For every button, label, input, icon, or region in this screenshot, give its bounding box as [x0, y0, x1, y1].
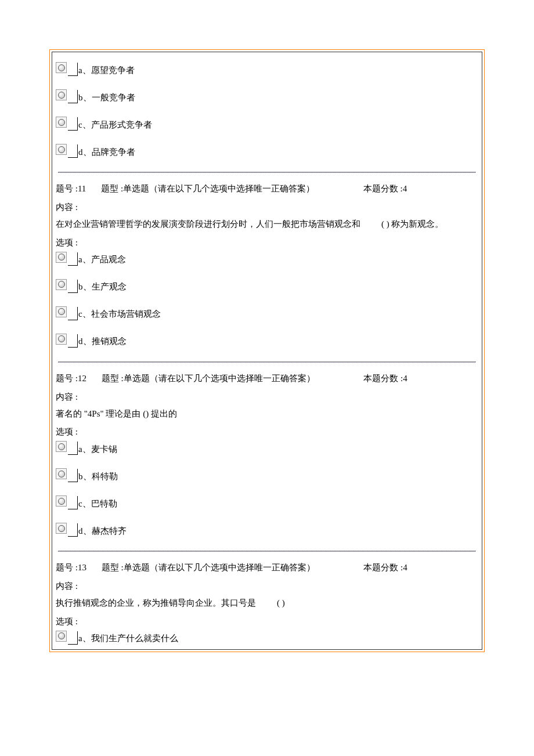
qnum-value: 13 [78, 563, 86, 572]
option-underline [68, 307, 78, 320]
option-row: d、推销观念 [56, 334, 478, 348]
radio-icon[interactable] [56, 495, 67, 507]
content-pre: 在对企业营销管理哲学的发展演变阶段进行划分时，人们一般把市场营销观念和 [56, 219, 360, 229]
score-prefix: 本题分数 : [363, 184, 403, 193]
qnum-value: 12 [78, 374, 86, 383]
option-underline [68, 469, 78, 482]
option-label: a、我们生产什么就卖什么 [78, 633, 178, 645]
question-type: 题型 :单选题（请在以下几个选项中选择唯一正确答案） [102, 370, 315, 387]
separator [58, 551, 476, 552]
options-label: 选项 : [56, 423, 478, 440]
question-10-options: a、愿望竞争者 b、一般竞争者 c、产品形式竞争者 d、品牌竞争者 [52, 52, 482, 175]
option-label: b、一般竞争者 [78, 92, 135, 104]
qtype-prefix: 题型 : [102, 563, 124, 572]
option-underline [68, 144, 78, 158]
question-number: 题号 :12 [56, 370, 86, 387]
separator [58, 361, 476, 363]
option-row: c、产品形式竞争者 [56, 117, 478, 131]
option-label: a、愿望竞争者 [78, 65, 135, 77]
question-score: 本题分数 :4 [363, 370, 407, 387]
option-label: a、产品观念 [78, 254, 126, 266]
option-row: b、一般竞争者 [56, 90, 478, 103]
options-label: 选项 : [56, 234, 478, 251]
option-underline [68, 252, 78, 266]
question-type: 题型 :单选题（请在以下几个选项中选择唯一正确答案） [101, 180, 315, 197]
score-value: 4 [403, 563, 407, 572]
option-underline [68, 442, 78, 455]
option-label: b、生产观念 [78, 281, 127, 293]
option-underline [68, 496, 78, 509]
option-underline [68, 334, 78, 348]
score-prefix: 本题分数 : [363, 374, 403, 383]
options-label: 选项 : [56, 613, 478, 630]
option-row: a、麦卡锡 [56, 442, 478, 455]
question-11: 题号 :11 题型 :单选题（请在以下几个选项中选择唯一正确答案） 本题分数 :… [52, 175, 482, 365]
option-label: c、社会市场营销观念 [78, 309, 161, 320]
option-row: c、巴特勒 [56, 496, 478, 509]
qtype-prefix: 题型 : [102, 374, 124, 383]
option-label: c、产品形式竞争者 [78, 120, 152, 131]
option-row: a、产品观念 [56, 252, 478, 266]
question-content: 执行推销观念的企业，称为推销导向企业。其口号是( ) [56, 595, 478, 612]
content-label: 内容 : [56, 577, 478, 595]
radio-icon[interactable] [56, 89, 67, 100]
question-number: 题号 :11 [56, 180, 86, 197]
qtype-value: 单选题（请在以下几个选项中选择唯一正确答案） [124, 374, 315, 383]
radio-icon[interactable] [56, 631, 67, 642]
question-header: 题号 :12 题型 :单选题（请在以下几个选项中选择唯一正确答案） 本题分数 :… [56, 370, 478, 387]
content-post: ( ) [277, 595, 285, 612]
radio-icon[interactable] [56, 306, 67, 317]
question-content: 在对企业营销管理哲学的发展演变阶段进行划分时，人们一般把市场营销观念和( ) 称… [56, 216, 478, 233]
option-label: a、麦卡锡 [78, 444, 117, 455]
qtype-value: 单选题（请在以下几个选项中选择唯一正确答案） [124, 563, 315, 572]
option-row: a、愿望竞争者 [56, 63, 478, 76]
score-prefix: 本题分数 : [363, 563, 403, 572]
option-label: d、品牌竞争者 [78, 147, 135, 158]
qnum-prefix: 题号 : [56, 374, 78, 383]
option-underline [68, 631, 78, 645]
qtype-prefix: 题型 : [101, 184, 123, 193]
qnum-prefix: 题号 : [56, 563, 78, 572]
option-label: b、科特勒 [78, 471, 118, 483]
question-content: 著名的 "4Ps" 理论是由 () 提出的 [56, 406, 478, 422]
question-type: 题型 :单选题（请在以下几个选项中选择唯一正确答案） [102, 559, 315, 576]
radio-icon[interactable] [56, 441, 67, 452]
option-row: a、我们生产什么就卖什么 [56, 631, 478, 645]
question-header: 题号 :13 题型 :单选题（请在以下几个选项中选择唯一正确答案） 本题分数 :… [56, 559, 478, 576]
page-container: a、愿望竞争者 b、一般竞争者 c、产品形式竞争者 d、品牌竞争者 [49, 49, 485, 652]
content-label: 内容 : [56, 198, 478, 216]
qtype-value: 单选题（请在以下几个选项中选择唯一正确答案） [123, 184, 315, 193]
option-row: d、品牌竞争者 [56, 144, 478, 158]
radio-icon[interactable] [56, 468, 67, 479]
question-score: 本题分数 :4 [363, 559, 407, 576]
option-row: b、科特勒 [56, 469, 478, 482]
content-label: 内容 : [56, 388, 478, 406]
qnum-prefix: 题号 : [56, 184, 78, 193]
inner-container: a、愿望竞争者 b、一般竞争者 c、产品形式竞争者 d、品牌竞争者 [52, 52, 482, 650]
radio-icon[interactable] [56, 279, 67, 290]
radio-icon[interactable] [56, 62, 67, 73]
option-underline [68, 523, 78, 537]
option-underline [68, 90, 78, 103]
radio-icon[interactable] [56, 144, 67, 155]
option-underline [68, 63, 78, 76]
question-header: 题号 :11 题型 :单选题（请在以下几个选项中选择唯一正确答案） 本题分数 :… [56, 180, 478, 197]
question-13: 题号 :13 题型 :单选题（请在以下几个选项中选择唯一正确答案） 本题分数 :… [52, 554, 482, 649]
option-label: d、推销观念 [78, 336, 127, 348]
option-label: c、巴特勒 [78, 498, 117, 510]
question-12: 题号 :12 题型 :单选题（请在以下几个选项中选择唯一正确答案） 本题分数 :… [52, 365, 482, 555]
option-label: d、赫杰特齐 [78, 526, 127, 537]
question-number: 题号 :13 [56, 559, 86, 576]
content-pre: 执行推销观念的企业，称为推销导向企业。其口号是 [56, 598, 256, 607]
option-underline [68, 280, 78, 293]
score-value: 4 [403, 184, 407, 193]
radio-icon[interactable] [56, 252, 67, 263]
score-value: 4 [403, 374, 407, 383]
option-row: b、生产观念 [56, 280, 478, 293]
radio-icon[interactable] [56, 334, 67, 345]
separator [58, 172, 476, 173]
content-post: ( ) 称为新观念。 [381, 216, 444, 233]
option-row: d、赫杰特齐 [56, 523, 478, 537]
radio-icon[interactable] [56, 117, 67, 128]
radio-icon[interactable] [56, 523, 67, 534]
